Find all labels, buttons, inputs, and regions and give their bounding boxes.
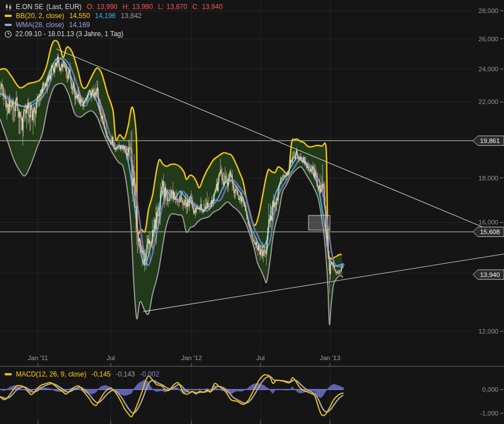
- wma-value: 14,169: [69, 21, 90, 29]
- svg-text:13,940: 13,940: [480, 271, 499, 278]
- high-value: 13,990: [132, 3, 153, 11]
- legend-bollinger-row[interactable]: BB(20, 2, close) 14,550 14,196 13,842: [5, 11, 223, 20]
- clock-icon: [5, 31, 12, 38]
- bollinger-mid-value: 14,196: [95, 12, 116, 20]
- price-level-tag: 15,608: [473, 227, 504, 237]
- low-label: L:: [158, 3, 163, 11]
- price-pane[interactable]: [0, 41, 504, 325]
- macd-hist-value: -0,002: [140, 370, 159, 378]
- price-axis-label: 28,000: [479, 7, 498, 14]
- date-axis-label: Jul: [107, 354, 115, 361]
- last-price-tag: 13,940: [473, 270, 504, 279]
- legend-instrument-row[interactable]: E.ON SE (Last, EUR) O: 13,990 H: 13,990 …: [5, 2, 223, 11]
- bollinger-label: BB(20, 2, close): [16, 12, 64, 20]
- wma-swatch-icon: [5, 24, 12, 26]
- bollinger-band-fill: [0, 41, 343, 325]
- low-value: 13,870: [166, 3, 187, 11]
- chart-legend: E.ON SE (Last, EUR) O: 13,990 H: 13,990 …: [5, 2, 223, 38]
- bollinger-swatch-icon: [5, 15, 12, 17]
- close-label: C:: [192, 3, 199, 11]
- trendline: [143, 254, 504, 311]
- price-chart-canvas[interactable]: 28,00026,00024,00022,00018,00016,00012,0…: [0, 0, 504, 424]
- instrument-series-type: (Last, EUR): [46, 3, 82, 11]
- price-axis-label: 26,000: [479, 36, 498, 42]
- price-axis-label: 22,000: [479, 98, 498, 105]
- bollinger-lower-value: 13,842: [121, 12, 142, 20]
- macd-axis-label: -1,000: [480, 410, 498, 417]
- legend-wma-row[interactable]: WMA(28, close) 14,169: [5, 20, 223, 29]
- macd-legend: MACD(12, 26, 9, close) -0,145 -0,143 -0,…: [5, 370, 159, 379]
- date-axis-label: Jan '12: [181, 354, 202, 361]
- macd-axis-label: 0,000: [482, 386, 498, 393]
- date-axis-label: Jan '11: [28, 354, 48, 361]
- price-axis-label: 18,000: [479, 175, 498, 181]
- macd-label: MACD(12, 26, 9, close): [16, 370, 86, 378]
- selection-rect[interactable]: [309, 215, 330, 230]
- price-axis-label: 12,000: [479, 328, 498, 335]
- close-value: 13,940: [202, 3, 223, 11]
- date-axis-label: Jul: [257, 354, 265, 361]
- macd-value: -0,145: [92, 370, 111, 378]
- legend-daterange-row[interactable]: 22.09.10 - 18.01.13 (3 Jahre, 1 Tag): [5, 29, 223, 38]
- date-range: 22.09.10 - 18.01.13 (3 Jahre, 1 Tag): [15, 30, 123, 38]
- price-level-tag: 19,861: [473, 136, 504, 145]
- bollinger-upper-value: 14,550: [69, 12, 90, 20]
- candlestick-chart-icon: [5, 3, 12, 11]
- macd-swatch-icon: [5, 373, 12, 375]
- price-axis-label: 16,000: [479, 219, 498, 226]
- wma-label: WMA(28, close): [16, 21, 64, 29]
- date-axis-label: Jan '13: [320, 354, 341, 361]
- macd-pane[interactable]: [0, 375, 344, 417]
- open-value: 13,990: [97, 3, 118, 11]
- macd-signal-value: -0,143: [116, 370, 135, 378]
- macd-signal-line: [0, 377, 344, 413]
- svg-text:15,608: 15,608: [480, 228, 499, 235]
- chart-application: 28,00026,00024,00022,00018,00016,00012,0…: [0, 0, 504, 424]
- legend-macd-row[interactable]: MACD(12, 26, 9, close) -0,145 -0,143 -0,…: [5, 370, 159, 379]
- instrument-name: E.ON SE: [16, 3, 44, 11]
- price-axis-label: 24,000: [479, 66, 498, 72]
- price-axis[interactable]: 28,00026,00024,00022,00018,00016,00012,0…: [479, 7, 503, 417]
- high-label: H:: [123, 3, 129, 11]
- open-label: O:: [86, 3, 94, 11]
- svg-text:19,861: 19,861: [480, 137, 499, 144]
